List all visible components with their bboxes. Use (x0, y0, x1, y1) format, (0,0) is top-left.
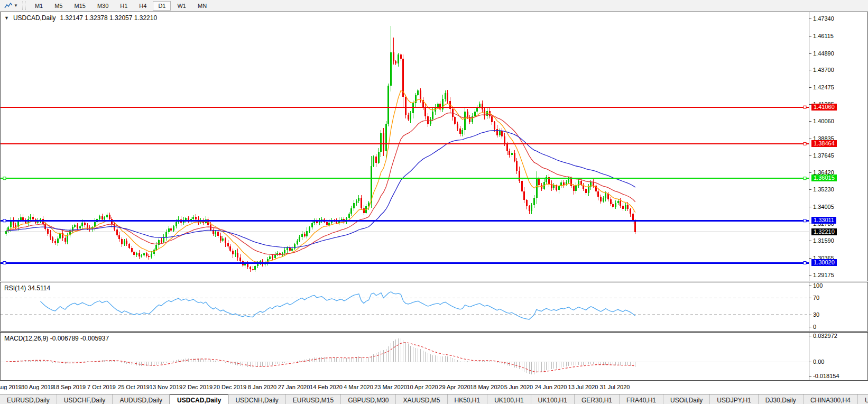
chart-tab-audusd[interactable]: AUDUSD,Daily (113, 394, 170, 404)
timeframe-button-w1[interactable]: W1 (172, 1, 191, 11)
rsi-tick-label: 70 (813, 295, 819, 301)
rsi-tick-label: 100 (813, 282, 823, 289)
price-tick-mark (809, 258, 811, 259)
date-tick-label: 12 Aug 2019 (0, 384, 22, 390)
rsi-label: RSI(14) 34.5114 (4, 284, 50, 292)
price-tick-mark (809, 155, 811, 156)
price-tick-label: 1.37645 (813, 152, 834, 159)
trading-terminal-window: ▼ M1M5M15M30H1H4D1W1MN 1.473401.461151.4… (0, 0, 868, 404)
collapse-arrow-icon[interactable]: ▼ (4, 15, 9, 21)
rsi-tick-mark (809, 286, 811, 286)
price-tick-mark (809, 275, 811, 276)
chart-title: ▼ USDCAD,Daily 1.32147 1.32378 1.32057 1… (4, 14, 157, 22)
date-tick-label: 25 Oct 2019 (118, 384, 150, 390)
price-tick-mark (809, 189, 811, 190)
date-axis[interactable]: 12 Aug 201930 Aug 201918 Sep 20197 Oct 2… (0, 381, 868, 394)
date-tick-label: 5 Jun 2020 (504, 384, 533, 390)
price-axis[interactable]: 1.473401.461151.448901.437001.424751.412… (809, 12, 867, 281)
chart-tab-usdcad[interactable]: USDCAD,Daily (170, 394, 228, 404)
price-tick-mark (809, 224, 811, 224)
hline-price-label: 1.33011 (811, 217, 836, 224)
price-tick-label: 1.47340 (813, 15, 834, 22)
chart-tab-ger30[interactable]: GER30,H1 (575, 394, 620, 404)
price-tick-mark (809, 207, 811, 207)
date-tick-label: 24 Jun 2020 (535, 384, 567, 390)
price-tick-label: 1.42475 (813, 84, 834, 90)
chart-tab-usoil[interactable]: USOil,D (858, 394, 868, 404)
price-tick-mark (809, 87, 811, 88)
date-tick-label: 10 Apr 2020 (407, 384, 438, 390)
macd-indicator-panel: 0.0329720.00-0.018154 MACD(12,26,9) -0.0… (0, 332, 868, 381)
chart-tab-usdcnh[interactable]: USDCNH,Daily (228, 394, 285, 404)
price-tick-label: 1.35230 (813, 186, 834, 192)
date-tick-label: 4 Mar 2020 (344, 384, 373, 390)
date-tick-label: 2 Dec 2019 (183, 384, 213, 390)
candlestick-plot[interactable] (1, 12, 809, 280)
chart-tab-usdchf[interactable]: USDCHF,Daily (57, 394, 113, 404)
macd-axis[interactable]: 0.0329720.00-0.018154 (809, 333, 867, 380)
price-tick-mark (809, 53, 811, 54)
rsi-plot[interactable] (1, 282, 809, 330)
timeframe-button-m5[interactable]: M5 (49, 1, 68, 11)
date-tick-label: 29 Apr 2020 (439, 384, 470, 390)
date-tick-label: 20 Dec 2019 (214, 384, 246, 390)
timeframe-button-d1[interactable]: D1 (153, 1, 171, 11)
chart-tab-uk100[interactable]: UK100,H1 (531, 394, 575, 404)
price-tick-mark (809, 139, 811, 139)
macd-tick-label: 0.032972 (813, 333, 837, 339)
macd-tick-label: -0.018154 (813, 373, 839, 379)
current-price-label: 1.32210 (811, 228, 837, 235)
hline-price-label: 1.36015 (811, 175, 837, 181)
price-tick-label: 1.31590 (813, 237, 834, 244)
main-chart-panel: 1.473401.461151.448901.437001.424751.412… (0, 12, 868, 281)
chart-tab-eurusd[interactable]: EURUSD,Daily (0, 394, 57, 404)
chart-tab-eurusd[interactable]: EURUSD,M15 (286, 394, 341, 404)
chart-tab-gbpusd[interactable]: GBPUSD,M30 (341, 394, 396, 404)
rsi-axis[interactable]: 10070300 (809, 282, 867, 331)
chart-tab-hk50[interactable]: HK50,H1 (448, 394, 488, 404)
price-tick-label: 1.34005 (813, 204, 834, 210)
timeframe-button-m30[interactable]: M30 (92, 1, 114, 11)
macd-tick-mark (809, 376, 811, 377)
indicators-menu-button[interactable]: ▼ (2, 2, 20, 10)
timeframe-button-m15[interactable]: M15 (69, 1, 90, 11)
timeframe-button-m1[interactable]: M1 (30, 1, 48, 11)
line-chart-icon (4, 2, 13, 10)
date-tick-label: 18 Sep 2019 (53, 384, 86, 390)
chart-tab-dj30[interactable]: DJ30,Daily (759, 394, 804, 404)
date-tick-label: 23 Mar 2020 (374, 384, 407, 390)
rsi-indicator-panel: 10070300 RSI(14) 34.5114 (0, 282, 868, 332)
price-tick-mark (809, 121, 811, 122)
date-tick-label: 27 Jan 2020 (278, 384, 310, 390)
date-tick-label: 13 Nov 2019 (150, 384, 182, 390)
date-tick-label: 8 Jan 2020 (248, 384, 276, 390)
date-tick-label: 7 Oct 2019 (87, 384, 116, 390)
price-tick-mark (809, 70, 811, 70)
timeframe-toolbar: ▼ M1M5M15M30H1H4D1W1MN (0, 0, 868, 12)
price-tick-label: 1.46115 (813, 33, 834, 39)
rsi-tick-mark (809, 327, 811, 327)
price-tick-mark (809, 172, 811, 173)
toolbar-grip (22, 2, 26, 10)
date-tick-label: 30 Aug 2019 (21, 384, 54, 390)
timeframe-button-h1[interactable]: H1 (115, 1, 133, 11)
macd-plot[interactable] (1, 333, 809, 379)
timeframe-button-mn[interactable]: MN (192, 1, 212, 11)
date-tick-label: 14 Feb 2020 (310, 384, 343, 390)
candles-group (5, 26, 636, 272)
timeframe-button-h4[interactable]: H4 (134, 1, 152, 11)
rsi-tick-label: 0 (813, 324, 816, 330)
chart-tab-fra40[interactable]: FRA40,H1 (620, 394, 663, 404)
rsi-tick-mark (809, 298, 811, 298)
chart-tab-uk100[interactable]: UK100,H1 (487, 394, 531, 404)
macd-tick-mark (809, 336, 811, 336)
price-tick-label: 1.40060 (813, 118, 834, 124)
price-tick-label: 1.43700 (813, 67, 834, 73)
date-tick-label: 13 Jul 2020 (568, 384, 598, 390)
chart-tab-china300[interactable]: CHINA300,H4 (804, 394, 858, 404)
chart-tab-usoil[interactable]: USOil,Daily (663, 394, 710, 404)
chart-tab-usdjpy[interactable]: USDJPY,H1 (710, 394, 758, 404)
chart-tab-xauusd[interactable]: XAUUSD,M5 (396, 394, 447, 404)
chevron-down-icon: ▼ (14, 3, 18, 8)
price-tick-label: 1.29175 (813, 272, 834, 278)
